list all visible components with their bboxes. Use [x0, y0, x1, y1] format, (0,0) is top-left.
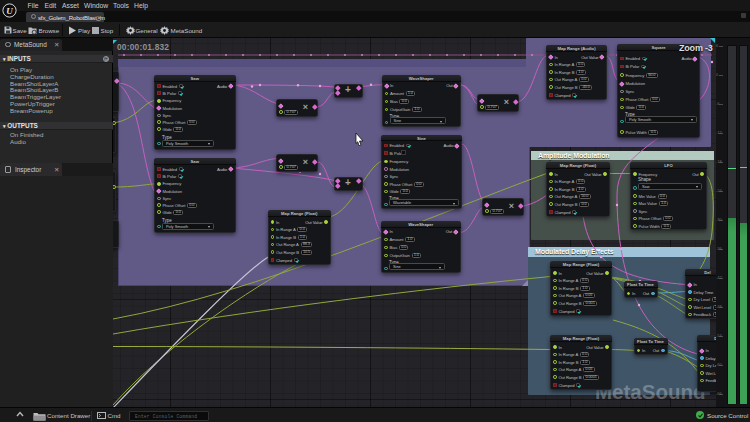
svg-text:U: U — [6, 5, 13, 15]
